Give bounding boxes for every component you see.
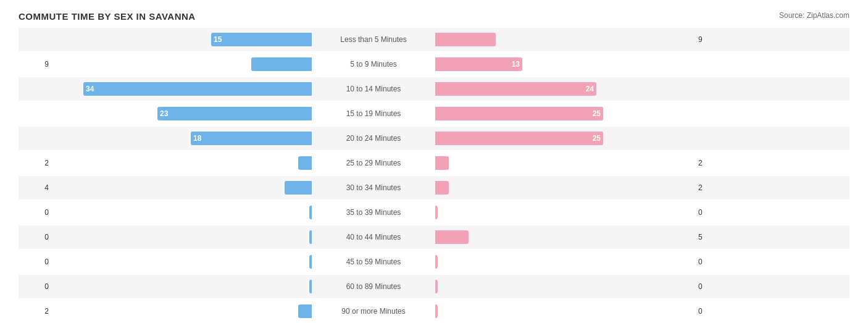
male-bar-container [52,206,312,219]
female-bar [435,304,438,318]
male-bar [298,156,312,170]
male-bar-container [52,57,312,71]
male-bar: 23 [157,107,312,120]
female-value-label: 0 [695,307,728,316]
table-row: 290 or more Minutes0 [19,300,849,323]
female-bar [435,280,438,293]
male-value-label: 0 [19,208,52,217]
category-label: 10 to 14 Minutes [312,85,435,93]
table-row: 3410 to 14 Minutes24 [19,77,849,101]
female-bar [435,230,469,244]
female-value-label: 2 [695,159,728,167]
female-bar: 25 [435,107,603,120]
chart-title: COMMUTE TIME BY SEX IN SAVANNA [19,11,849,22]
category-label: 20 to 24 Minutes [312,134,435,143]
male-bar-container [52,304,312,318]
male-bar: 34 [83,82,312,96]
male-bar-container [52,280,312,293]
female-value-label: 2 [695,183,728,192]
male-value-label: 2 [19,307,52,316]
female-bar-container [435,280,695,293]
female-bar-container: 24 [435,82,695,96]
category-label: 60 to 89 Minutes [312,282,435,291]
male-value-label: 9 [19,60,52,69]
female-bar-container [435,181,695,195]
category-label: 35 to 39 Minutes [312,208,435,217]
female-value-label: 0 [695,208,728,217]
male-value-label: 4 [19,183,52,192]
female-bar-container: 13 [435,57,695,71]
table-row: 060 to 89 Minutes0 [19,275,849,298]
female-value-label: 5 [695,233,728,241]
male-bar [298,304,312,318]
table-row: 430 to 34 Minutes2 [19,176,849,199]
table-row: 045 to 59 Minutes0 [19,250,849,274]
male-bar-container: 15 [52,33,312,46]
female-bar-container: 25 [435,132,695,145]
female-bar [435,181,449,195]
female-value-label: 0 [695,258,728,266]
table-row: 225 to 29 Minutes2 [19,151,849,175]
male-bar-container: 34 [52,82,312,96]
female-bar-container [435,230,695,244]
source-label: Source: ZipAtlas.com [779,11,849,20]
female-bar: 24 [435,82,596,96]
male-bar: 15 [211,33,312,46]
female-value-label: 9 [695,35,728,44]
male-value-label: 0 [19,282,52,291]
table-row: 15Less than 5 Minutes9 [19,28,849,51]
female-bar-container [435,206,695,219]
male-bar-container [52,181,312,195]
male-bar-container [52,255,312,269]
table-row: 040 to 44 Minutes5 [19,225,849,249]
table-row: 95 to 9 Minutes13 [19,52,849,76]
female-bar-container [435,156,695,170]
male-bar [251,57,312,71]
female-bar-container [435,304,695,318]
male-bar-container: 18 [52,132,312,145]
table-row: 035 to 39 Minutes0 [19,201,849,224]
female-bar [435,255,438,269]
male-bar-container [52,230,312,244]
category-label: 25 to 29 Minutes [312,159,435,167]
male-value-label: 0 [19,233,52,241]
female-bar: 25 [435,132,603,145]
category-label: 90 or more Minutes [312,307,435,316]
category-label: Less than 5 Minutes [312,35,435,44]
male-value-label: 2 [19,159,52,167]
male-bar-container: 23 [52,107,312,120]
category-label: 15 to 19 Minutes [312,109,435,118]
female-value-label: 0 [695,282,728,291]
category-label: 30 to 34 Minutes [312,183,435,192]
table-row: 2315 to 19 Minutes25 [19,102,849,125]
female-bar [435,156,449,170]
female-bar-container: 25 [435,107,695,120]
table-row: 1820 to 24 Minutes25 [19,127,849,150]
male-bar: 18 [191,132,312,145]
category-label: 5 to 9 Minutes [312,60,435,69]
female-bar [435,33,496,46]
female-bar [435,206,438,219]
female-bar: 13 [435,57,522,71]
chart-container: COMMUTE TIME BY SEX IN SAVANNA Source: Z… [0,0,868,323]
male-value-label: 0 [19,258,52,266]
rows-wrapper: 15Less than 5 Minutes995 to 9 Minutes133… [19,28,849,323]
category-label: 45 to 59 Minutes [312,258,435,266]
male-bar-container [52,156,312,170]
female-bar-container [435,33,695,46]
female-bar-container [435,255,695,269]
category-label: 40 to 44 Minutes [312,233,435,241]
male-bar [285,181,312,195]
